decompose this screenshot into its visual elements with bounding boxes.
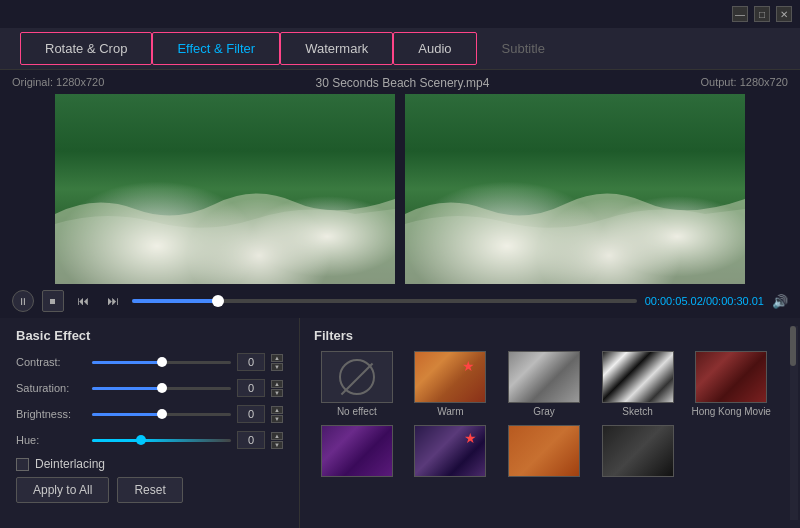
output-label: Output: 1280x720 (701, 76, 788, 90)
filter-gray[interactable]: Gray (501, 351, 587, 417)
filter-no-effect[interactable]: No effect (314, 351, 400, 417)
filter-thumb-7: ★ (414, 425, 486, 477)
filter-label-hk: Hong Kong Movie (691, 406, 771, 417)
deinterlacing-checkbox[interactable] (16, 458, 29, 471)
hue-down[interactable]: ▼ (271, 441, 283, 449)
filter-thumb-no-effect (321, 351, 393, 403)
filter-thumb-warm: ★ (414, 351, 486, 403)
filter-hk-movie[interactable]: Hong Kong Movie (688, 351, 774, 417)
brightness-up[interactable]: ▲ (271, 406, 283, 414)
brightness-row: Brightness: 0 ▲ ▼ (16, 405, 283, 423)
saturation-handle[interactable] (157, 383, 167, 393)
deinterlacing-label: Deinterlacing (35, 457, 105, 471)
bottom-buttons: Apply to All Reset (16, 477, 283, 503)
hue-handle[interactable] (136, 435, 146, 445)
volume-icon[interactable]: 🔊 (772, 294, 788, 309)
original-label: Original: 1280x720 (12, 76, 104, 90)
filter-label-sketch: Sketch (622, 406, 653, 417)
brightness-value: 0 (237, 405, 265, 423)
filter-sketch[interactable]: Sketch (595, 351, 681, 417)
brightness-track[interactable] (92, 413, 231, 416)
tab-effect-filter[interactable]: Effect & Filter (152, 32, 280, 65)
saturation-label: Saturation: (16, 382, 86, 394)
filter-6[interactable] (314, 425, 400, 480)
time-display: 00:00:05.02/00:00:30.01 (645, 295, 764, 307)
contrast-up[interactable]: ▲ (271, 354, 283, 362)
filter-thumb-6 (321, 425, 393, 477)
stop-button[interactable]: ⏹ (42, 290, 64, 312)
filter-thumb-sketch (602, 351, 674, 403)
video-previews (12, 94, 788, 284)
tab-subtitle[interactable]: Subtitle (477, 32, 570, 65)
saturation-value: 0 (237, 379, 265, 397)
brightness-label: Brightness: (16, 408, 86, 420)
filters-section: Filters No effect ★ Warm (300, 318, 800, 528)
hue-spinner: ▲ ▼ (271, 432, 283, 449)
filter-label-no-effect: No effect (337, 406, 377, 417)
progress-fill (132, 299, 218, 303)
maximize-button[interactable]: □ (754, 6, 770, 22)
contrast-row: Contrast: 0 ▲ ▼ (16, 353, 283, 371)
output-preview (405, 94, 745, 284)
saturation-up[interactable]: ▲ (271, 380, 283, 388)
contrast-track[interactable] (92, 361, 231, 364)
filter-label-gray: Gray (533, 406, 555, 417)
basic-effect-title: Basic Effect (16, 328, 283, 343)
main-content: Basic Effect Contrast: 0 ▲ ▼ Saturation:… (0, 318, 800, 528)
filter-label-warm: Warm (437, 406, 463, 417)
prev-frame-button[interactable]: ⏮ (72, 290, 94, 312)
wave-overlay-1 (55, 94, 395, 284)
filter-8[interactable] (501, 425, 587, 480)
contrast-label: Contrast: (16, 356, 86, 368)
playback-bar: ⏸ ⏹ ⏮ ⏭ 00:00:05.02/00:00:30.01 🔊 (0, 284, 800, 318)
tab-rotate-crop[interactable]: Rotate & Crop (20, 32, 152, 65)
saturation-row: Saturation: 0 ▲ ▼ (16, 379, 283, 397)
apply-all-button[interactable]: Apply to All (16, 477, 109, 503)
reset-button[interactable]: Reset (117, 477, 182, 503)
hue-up[interactable]: ▲ (271, 432, 283, 440)
filter-thumb-hk (695, 351, 767, 403)
hue-fill (92, 439, 141, 442)
filter-warm[interactable]: ★ Warm (408, 351, 494, 417)
saturation-track[interactable] (92, 387, 231, 390)
hue-track[interactable] (92, 439, 231, 442)
brightness-down[interactable]: ▼ (271, 415, 283, 423)
pause-button[interactable]: ⏸ (12, 290, 34, 312)
wave-overlay-2 (405, 94, 745, 284)
basic-effect-panel: Basic Effect Contrast: 0 ▲ ▼ Saturation:… (0, 318, 300, 528)
progress-bar[interactable] (132, 299, 637, 303)
next-frame-button[interactable]: ⏭ (102, 290, 124, 312)
saturation-fill (92, 387, 162, 390)
video-section: Original: 1280x720 30 Seconds Beach Scen… (0, 70, 800, 284)
filename-label: 30 Seconds Beach Scenery.mp4 (315, 76, 489, 90)
saturation-spinner: ▲ ▼ (271, 380, 283, 397)
contrast-down[interactable]: ▼ (271, 363, 283, 371)
contrast-spinner: ▲ ▼ (271, 354, 283, 371)
filter-7[interactable]: ★ (408, 425, 494, 480)
tab-bar: Rotate & Crop Effect & Filter Watermark … (0, 28, 800, 70)
progress-handle[interactable] (212, 295, 224, 307)
minimize-button[interactable]: — (732, 6, 748, 22)
filter-scrollbar[interactable] (790, 326, 798, 520)
contrast-handle[interactable] (157, 357, 167, 367)
hue-row: Hue: 0 ▲ ▼ (16, 431, 283, 449)
no-effect-icon (339, 359, 375, 395)
close-button[interactable]: ✕ (776, 6, 792, 22)
scrollbar-thumb[interactable] (790, 326, 796, 366)
tab-audio[interactable]: Audio (393, 32, 476, 65)
contrast-value: 0 (237, 353, 265, 371)
title-bar: — □ ✕ (0, 0, 800, 28)
filter-9[interactable] (595, 425, 681, 480)
hue-value: 0 (237, 431, 265, 449)
deinterlacing-row: Deinterlacing (16, 457, 283, 471)
brightness-handle[interactable] (157, 409, 167, 419)
brightness-spinner: ▲ ▼ (271, 406, 283, 423)
tab-watermark[interactable]: Watermark (280, 32, 393, 65)
saturation-down[interactable]: ▼ (271, 389, 283, 397)
filters-title: Filters (314, 328, 774, 343)
filters-grid: No effect ★ Warm Gray (314, 351, 774, 480)
brightness-fill (92, 413, 162, 416)
original-preview (55, 94, 395, 284)
filters-panel: Filters No effect ★ Warm (300, 318, 788, 528)
warm-star-icon: ★ (462, 358, 475, 374)
